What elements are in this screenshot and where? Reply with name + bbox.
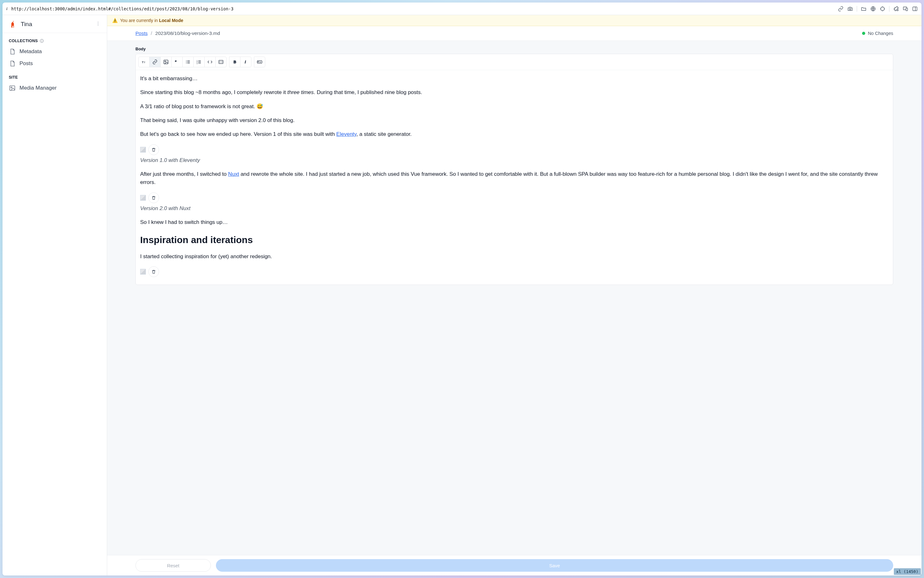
target-icon[interactable]: [880, 6, 885, 11]
sidebar-item-media-manager[interactable]: Media Manager: [3, 82, 107, 94]
sidebar-item-label: Posts: [19, 60, 33, 67]
svg-point-9: [98, 23, 99, 24]
eleventy-link[interactable]: Eleventy: [336, 131, 356, 137]
svg-text:3: 3: [197, 63, 198, 65]
puzzle-icon[interactable]: [893, 6, 899, 11]
sidebar-item-label: Metadata: [19, 49, 42, 55]
image-block: [140, 266, 888, 277]
sidebar-item-metadata[interactable]: Metadata: [3, 45, 107, 58]
main-panel: ⚠️ You are currently in Local Mode Posts…: [107, 15, 921, 575]
image-caption: Version 1.0 with Eleventy: [140, 156, 888, 164]
svg-point-21: [186, 60, 187, 61]
svg-text:T: T: [144, 61, 146, 63]
info-icon[interactable]: i: [6, 6, 8, 11]
paragraph: After just three months, I switched to N…: [140, 170, 888, 187]
browser-url-bar: i http://localhost:3000/admin/index.html…: [3, 3, 921, 15]
link-icon[interactable]: [838, 6, 843, 11]
unordered-list-button[interactable]: [182, 57, 194, 67]
panel-icon[interactable]: [912, 6, 918, 11]
site-heading: SITE: [3, 70, 107, 82]
svg-text:”: ”: [175, 60, 176, 65]
svg-text:T: T: [142, 60, 144, 64]
image-icon: [9, 84, 16, 91]
sidebar: Tina COLLECTIONS Metadata Posts SITE: [3, 15, 107, 575]
url-text: http://localhost:3000/admin/index.html#/…: [11, 6, 233, 11]
image-block: [140, 192, 888, 203]
svg-text:I: I: [245, 60, 246, 64]
content-scroll[interactable]: Body TT ” 123 B I: [107, 41, 921, 575]
rich-text-editor: TT ” 123 B I It's a bit embarrassing…: [136, 54, 893, 285]
heading-2: Inspiration and iterations: [140, 233, 888, 247]
svg-point-10: [98, 25, 99, 26]
image-button[interactable]: [160, 57, 172, 67]
document-icon: [9, 48, 16, 55]
svg-rect-18: [164, 60, 168, 64]
svg-point-19: [165, 61, 166, 62]
paragraph: It's a bit embarrassing…: [140, 75, 888, 83]
svg-rect-5: [913, 7, 917, 11]
reset-button[interactable]: Reset: [136, 559, 211, 572]
camera-icon[interactable]: [847, 6, 853, 11]
brand-header: Tina: [3, 15, 107, 33]
delete-image-button[interactable]: [148, 144, 159, 155]
svg-point-23: [186, 63, 187, 63]
paragraph: I started collecting inspiration for (ye…: [140, 253, 888, 261]
paragraph: A 3/1 ratio of blog post to framework is…: [140, 102, 888, 111]
breadcrumb: Posts / 2023/08/10/blog-version-3.md No …: [107, 26, 921, 41]
field-label-body: Body: [136, 47, 893, 51]
code-button[interactable]: [204, 57, 215, 67]
paragraph: Since starting this blog ~8 months ago, …: [140, 88, 888, 97]
svg-point-7: [13, 21, 13, 21]
svg-rect-4: [906, 8, 908, 10]
devices-icon[interactable]: [903, 6, 908, 11]
image-block: [140, 144, 888, 155]
svg-point-8: [98, 22, 99, 22]
editor-body[interactable]: It's a bit embarrassing… Since starting …: [136, 70, 893, 284]
warning-icon: ⚠️: [112, 18, 118, 23]
nuxt-link[interactable]: Nuxt: [228, 171, 239, 177]
kebab-menu-icon[interactable]: [95, 21, 100, 28]
bold-button[interactable]: B: [229, 57, 240, 67]
save-status: No Changes: [862, 31, 893, 36]
italic-button[interactable]: I: [240, 57, 251, 67]
sidebar-item-label: Media Manager: [19, 85, 57, 91]
brand-name: Tina: [21, 21, 32, 28]
viewport-badge: xl (1450): [894, 568, 921, 575]
status-dot-icon: [862, 32, 865, 35]
broken-image-icon: [140, 195, 146, 201]
local-mode-banner: ⚠️ You are currently in Local Mode: [107, 15, 921, 26]
globe-icon[interactable]: [870, 6, 876, 11]
paragraph: But let's go back to see how we ended up…: [140, 130, 888, 138]
info-circle-icon[interactable]: [40, 39, 44, 43]
folder-open-icon[interactable]: [861, 6, 866, 11]
ordered-list-button[interactable]: 123: [193, 57, 205, 67]
collections-heading: COLLECTIONS: [3, 33, 107, 45]
delete-image-button[interactable]: [148, 192, 159, 203]
paragraph: That being said, I was quite unhappy wit…: [140, 116, 888, 125]
document-icon: [9, 60, 16, 67]
editor-toolbar: TT ” 123 B I: [136, 54, 893, 70]
breadcrumb-path: 2023/08/10/blog-version-3.md: [155, 31, 220, 36]
save-button[interactable]: Save: [216, 559, 893, 572]
tina-logo-icon: [9, 20, 17, 28]
svg-point-2: [880, 7, 884, 11]
svg-point-15: [11, 87, 12, 88]
broken-image-icon: [140, 147, 146, 153]
svg-point-13: [42, 40, 42, 40]
image-caption: Version 2.0 with Nuxt: [140, 205, 888, 213]
link-button[interactable]: [149, 57, 160, 67]
quote-button[interactable]: ”: [171, 57, 183, 67]
svg-point-22: [186, 62, 187, 62]
svg-point-0: [849, 8, 851, 10]
paragraph: So I knew I had to switch things up…: [140, 218, 888, 226]
sidebar-item-posts[interactable]: Posts: [3, 58, 107, 70]
broken-image-icon: [140, 269, 146, 274]
breadcrumb-root-link[interactable]: Posts: [136, 31, 148, 36]
heading-button[interactable]: TT: [138, 57, 150, 67]
markdown-toggle-button[interactable]: [254, 57, 265, 67]
svg-text:B: B: [233, 60, 236, 64]
form-footer: Reset Save: [107, 555, 921, 575]
code-block-button[interactable]: [215, 57, 227, 67]
svg-rect-14: [10, 86, 15, 91]
delete-image-button[interactable]: [148, 266, 159, 277]
